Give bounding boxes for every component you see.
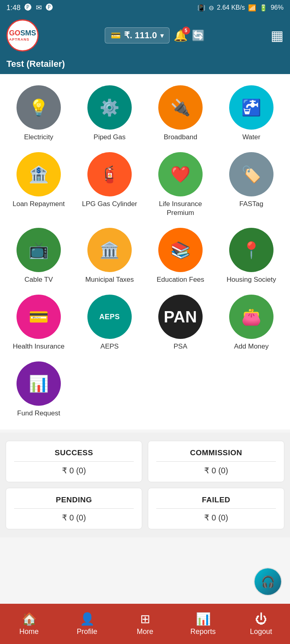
service-item-aeps[interactable]: AEPSAEPS: [75, 291, 144, 354]
service-label-municipal-taxes: Municipal Taxes: [85, 275, 134, 284]
service-icon-education-fees: 📚: [158, 228, 203, 272]
stat-card-failed[interactable]: FAILED₹ 0 (0): [148, 488, 284, 529]
refresh-icon[interactable]: 🔄: [192, 29, 205, 42]
wifi-icon: 📶: [248, 4, 256, 12]
stat-title-commission: COMMISSION: [156, 448, 276, 457]
user-label-row: Test (Retailer): [0, 57, 290, 74]
service-icon-piped-gas: ⚙️: [87, 85, 132, 130]
network-speed: 2.64 KB/s: [217, 4, 245, 11]
header: GOSMS APTRANS 💳 ₹. 111.0 ▾ 🔔 5 🔄 ▦: [0, 15, 290, 57]
service-label-life-insurance: Life Insurance Premium: [147, 200, 213, 217]
service-icon-broadband: 🔌: [158, 85, 203, 130]
service-label-education-fees: Education Fees: [157, 275, 204, 284]
services-grid: 💡Electricity⚙️Piped Gas🔌Broadband🚰Water🏦…: [4, 82, 286, 421]
stat-value-pending: ₹ 0 (0): [14, 513, 134, 522]
stat-card-commission[interactable]: COMMISSION₹ 0 (0): [148, 441, 284, 482]
service-label-add-money: Add Money: [234, 342, 269, 351]
nav-icon-more: ⊞: [140, 612, 150, 626]
service-item-life-insurance[interactable]: ❤️Life Insurance Premium: [146, 149, 215, 221]
battery-icon: 🔋: [259, 4, 267, 12]
stat-divider-success: [14, 461, 134, 462]
stat-title-failed: FAILED: [156, 495, 276, 504]
status-icon1: 🅟: [25, 4, 32, 12]
nav-label-home: Home: [19, 627, 39, 636]
stat-title-success: SUCCESS: [14, 448, 134, 457]
service-item-psa[interactable]: PANPSA: [146, 291, 215, 354]
chevron-down-icon: ▾: [160, 32, 164, 39]
service-icon-add-money: 👛: [229, 295, 273, 339]
stat-value-failed: ₹ 0 (0): [156, 513, 276, 522]
header-center: 💳 ₹. 111.0 ▾ 🔔 5 🔄: [105, 27, 204, 43]
service-label-loan-repayment: Loan Repayment: [12, 200, 64, 208]
service-item-health-insurance[interactable]: 💳Health Insurance: [4, 291, 73, 354]
service-icon-electricity: 💡: [17, 85, 61, 130]
service-icon-aeps: AEPS: [87, 295, 132, 339]
nav-label-profile: Profile: [77, 627, 97, 636]
service-item-fastag[interactable]: 🏷️FASTag: [217, 149, 286, 221]
stat-divider-pending: [14, 508, 134, 509]
battery-percent: 96%: [271, 4, 284, 11]
nav-label-logout: Logout: [250, 627, 272, 636]
nav-item-logout[interactable]: ⏻Logout: [232, 604, 290, 644]
nav-icon-logout: ⏻: [255, 612, 267, 626]
balance-box[interactable]: 💳 ₹. 111.0 ▾: [105, 27, 169, 43]
logo[interactable]: GOSMS APTRANS: [6, 19, 39, 52]
nav-item-more[interactable]: ⊞More: [116, 604, 174, 644]
status-icon2: ✉: [36, 3, 42, 12]
service-item-fund-request[interactable]: 📊Fund Request: [4, 358, 73, 421]
stat-title-pending: PENDING: [14, 495, 134, 504]
status-time: 1:48: [6, 4, 21, 12]
nav-item-home[interactable]: 🏠Home: [0, 604, 58, 644]
service-label-fastag: FASTag: [239, 200, 263, 208]
service-label-health-insurance: Health Insurance: [13, 342, 65, 351]
service-item-municipal-taxes[interactable]: 🏛️Municipal Taxes: [75, 225, 144, 287]
service-label-cable-tv: Cable TV: [25, 275, 53, 284]
stats-section: SUCCESS₹ 0 (0)COMMISSION₹ 0 (0)PENDING₹ …: [0, 433, 290, 537]
logo-sub: APTRANS: [9, 37, 36, 41]
service-label-fund-request: Fund Request: [17, 409, 60, 418]
service-item-broadband[interactable]: 🔌Broadband: [146, 82, 215, 145]
service-item-water[interactable]: 🚰Water: [217, 82, 286, 145]
service-icon-health-insurance: 💳: [17, 295, 61, 339]
service-label-electricity: Electricity: [24, 133, 54, 142]
minus-icon: ⊖: [209, 4, 214, 12]
service-item-electricity[interactable]: 💡Electricity: [4, 82, 73, 145]
service-item-cable-tv[interactable]: 📺Cable TV: [4, 225, 73, 287]
service-label-lpg-gas: LPG Gas Cylinder: [82, 200, 137, 208]
bell-badge: 5: [182, 27, 190, 35]
status-bar: 1:48 🅟 ✉ 🅟 📳 ⊖ 2.64 KB/s 📶 🔋 96%: [0, 0, 290, 15]
logo-text: GOSMS: [9, 29, 36, 37]
service-icon-lpg-gas: 🧯: [87, 152, 132, 196]
nav-label-more: More: [137, 627, 153, 636]
service-item-piped-gas[interactable]: ⚙️Piped Gas: [75, 82, 144, 145]
service-icon-life-insurance: ❤️: [158, 152, 203, 196]
service-label-broadband: Broadband: [164, 133, 197, 142]
stat-value-commission: ₹ 0 (0): [156, 466, 276, 475]
service-item-loan-repayment[interactable]: 🏦Loan Repayment: [4, 149, 73, 221]
header-right: ▦: [271, 27, 284, 43]
nav-icon-reports: 📊: [196, 612, 211, 626]
service-item-education-fees[interactable]: 📚Education Fees: [146, 225, 215, 287]
service-label-water: Water: [242, 133, 261, 142]
service-icon-psa: PAN: [158, 295, 203, 339]
service-label-psa: PSA: [174, 342, 187, 351]
stat-value-success: ₹ 0 (0): [14, 466, 134, 475]
bell-wrapper[interactable]: 🔔 5: [174, 29, 188, 42]
service-icon-housing-society: 📍: [229, 228, 273, 272]
service-item-lpg-gas[interactable]: 🧯LPG Gas Cylinder: [75, 149, 144, 221]
chat-bubble[interactable]: 🎧: [254, 568, 282, 596]
service-item-housing-society[interactable]: 📍Housing Society: [217, 225, 286, 287]
stat-card-success[interactable]: SUCCESS₹ 0 (0): [6, 441, 142, 482]
nav-item-reports[interactable]: 📊Reports: [174, 604, 232, 644]
nav-item-profile[interactable]: 👤Profile: [58, 604, 116, 644]
service-label-piped-gas: Piped Gas: [93, 133, 125, 142]
service-label-aeps: AEPS: [100, 342, 118, 351]
service-item-add-money[interactable]: 👛Add Money: [217, 291, 286, 354]
user-label: Test (Retailer): [6, 59, 65, 69]
stat-divider-failed: [156, 508, 276, 509]
qr-icon[interactable]: ▦: [271, 27, 284, 43]
wallet-icon: 💳: [111, 31, 121, 40]
service-icon-water: 🚰: [229, 85, 273, 130]
stat-card-pending[interactable]: PENDING₹ 0 (0): [6, 488, 142, 529]
service-icon-municipal-taxes: 🏛️: [87, 228, 132, 272]
